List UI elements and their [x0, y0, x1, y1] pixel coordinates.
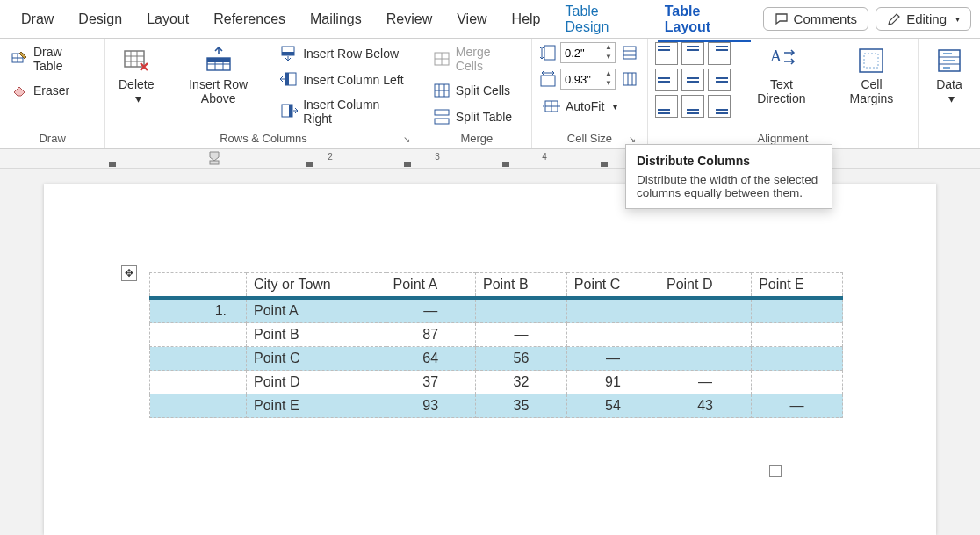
horizontal-ruler[interactable]: 2 3 4	[0, 149, 980, 169]
data-cell[interactable]: 54	[566, 394, 659, 418]
autofit-button[interactable]: AutoFit ▾	[539, 95, 640, 118]
data-cell[interactable]: 91	[566, 371, 659, 394]
align-mid-left[interactable]	[655, 69, 678, 91]
data-cell[interactable]: —	[752, 394, 843, 418]
tab-layout[interactable]: Layout	[134, 3, 201, 36]
spin-down[interactable]: ▼	[602, 79, 615, 89]
row-height-field[interactable]: ▲ ▼	[560, 42, 616, 63]
data-cell[interactable]	[659, 298, 751, 323]
tab-view[interactable]: View	[444, 3, 499, 36]
data-cell[interactable]	[659, 323, 751, 347]
ruler-tab-marker[interactable]	[306, 162, 313, 167]
ruler-tab-marker[interactable]	[109, 162, 116, 167]
data-cell[interactable]	[752, 347, 843, 371]
eraser-button[interactable]: Eraser	[7, 79, 97, 102]
row-number-cell[interactable]	[150, 323, 247, 347]
align-bot-right[interactable]	[708, 95, 731, 118]
row-label-cell[interactable]: Point A	[247, 298, 386, 323]
row-height-input[interactable]	[561, 45, 602, 61]
align-bot-left[interactable]	[655, 95, 678, 118]
merge-cells-button[interactable]: Merge Cells	[429, 42, 524, 76]
data-cell[interactable]: 43	[659, 394, 751, 418]
spin-down[interactable]: ▼	[602, 53, 615, 62]
data-cell[interactable]: 64	[386, 347, 475, 371]
cell-margins-button[interactable]: Cell Margins	[832, 42, 911, 109]
data-cell[interactable]: 35	[476, 394, 567, 418]
tab-mailings[interactable]: Mailings	[298, 3, 374, 36]
ruler-indent-handle[interactable]	[209, 151, 220, 165]
spin-up[interactable]: ▲	[602, 69, 615, 79]
delete-button[interactable]: Delete ▾	[112, 42, 160, 109]
data-cell[interactable]: —	[476, 323, 567, 347]
ruler-tab-marker[interactable]	[404, 162, 411, 167]
row-number-cell[interactable]	[150, 371, 247, 394]
data-cell[interactable]: 37	[386, 371, 475, 394]
column-width-input[interactable]	[561, 71, 602, 88]
text-direction-button[interactable]: A Text Direction	[739, 42, 824, 109]
align-mid-center[interactable]	[681, 69, 704, 91]
table-row[interactable]: Point D373291—	[150, 371, 843, 394]
data-cell[interactable]: —	[386, 298, 475, 323]
row-number-cell[interactable]: 1.	[150, 298, 247, 323]
tab-references[interactable]: References	[201, 3, 298, 36]
tab-table-layout[interactable]: Table Layout	[652, 0, 756, 44]
distribute-columns-button[interactable]	[619, 69, 640, 90]
rows-cols-launcher[interactable]: ↘	[400, 133, 413, 145]
data-cell[interactable]: 56	[476, 347, 567, 371]
data-cell[interactable]	[659, 347, 751, 371]
table-move-handle[interactable]: ✥	[121, 265, 137, 281]
tab-review[interactable]: Review	[374, 3, 444, 36]
row-number-cell[interactable]	[150, 394, 247, 418]
tab-help[interactable]: Help	[500, 3, 553, 36]
table-row[interactable]: Point C6456—	[150, 347, 843, 371]
data-cell[interactable]	[752, 371, 843, 394]
data-table[interactable]: City or Town Point A Point B Point C Poi…	[149, 272, 843, 418]
align-bot-center[interactable]	[681, 95, 704, 118]
align-top-center[interactable]	[681, 42, 704, 65]
data-cell[interactable]	[566, 298, 659, 323]
data-cell[interactable]: —	[659, 371, 751, 394]
ruler-tab-marker[interactable]	[601, 162, 608, 167]
column-width-field[interactable]: ▲ ▼	[560, 69, 616, 90]
data-button[interactable]: Data ▾	[926, 42, 973, 109]
insert-row-above-button[interactable]: Insert Row Above	[165, 42, 271, 109]
comments-button[interactable]: Comments	[763, 7, 869, 31]
row-label-cell[interactable]: Point D	[247, 371, 386, 394]
editing-mode-button[interactable]: Editing ▾	[876, 7, 971, 31]
table-row[interactable]: Point E93355443—	[150, 394, 843, 418]
cell-size-launcher[interactable]: ↘	[626, 133, 638, 145]
tab-table-design[interactable]: Table Design	[552, 0, 652, 44]
distribute-rows-button[interactable]	[619, 42, 640, 63]
data-cell[interactable]	[476, 298, 567, 323]
row-label-cell[interactable]: Point E	[247, 394, 386, 418]
data-cell[interactable]	[752, 323, 843, 347]
data-cell[interactable]: 87	[386, 323, 475, 347]
group-data: Data ▾	[919, 39, 980, 148]
split-table-button[interactable]: Split Table	[429, 105, 524, 128]
tab-design[interactable]: Design	[66, 3, 134, 36]
data-cell[interactable]: 93	[386, 394, 475, 418]
data-cell[interactable]: —	[566, 347, 659, 371]
data-cell[interactable]	[566, 323, 659, 347]
row-label-cell[interactable]: Point B	[247, 323, 386, 347]
insert-row-below-button[interactable]: Insert Row Below	[277, 42, 414, 65]
table-resize-handle[interactable]	[769, 465, 782, 477]
table-row[interactable]: 1.Point A—	[150, 298, 843, 323]
table-row[interactable]: Point B87—	[150, 323, 843, 347]
split-cells-button[interactable]: Split Cells	[429, 79, 524, 102]
page[interactable]: ✥ City or Town Point A Point B Point C P…	[44, 184, 936, 535]
ruler-tab-marker[interactable]	[502, 162, 509, 167]
align-mid-right[interactable]	[708, 69, 731, 91]
chevron-down-icon: ▾	[948, 91, 955, 105]
tab-draw[interactable]: Draw	[9, 3, 66, 36]
insert-column-right-button[interactable]: Insert Column Right	[277, 95, 414, 128]
insert-column-left-button[interactable]: Insert Column Left	[277, 69, 414, 91]
align-top-right[interactable]	[708, 42, 731, 65]
align-top-left[interactable]	[655, 42, 678, 65]
row-label-cell[interactable]: Point C	[247, 347, 386, 371]
row-number-cell[interactable]	[150, 347, 247, 371]
draw-table-button[interactable]: Draw Table	[7, 42, 97, 76]
spin-up[interactable]: ▲	[602, 43, 615, 53]
data-cell[interactable]: 32	[476, 371, 567, 394]
data-cell[interactable]	[752, 298, 843, 323]
